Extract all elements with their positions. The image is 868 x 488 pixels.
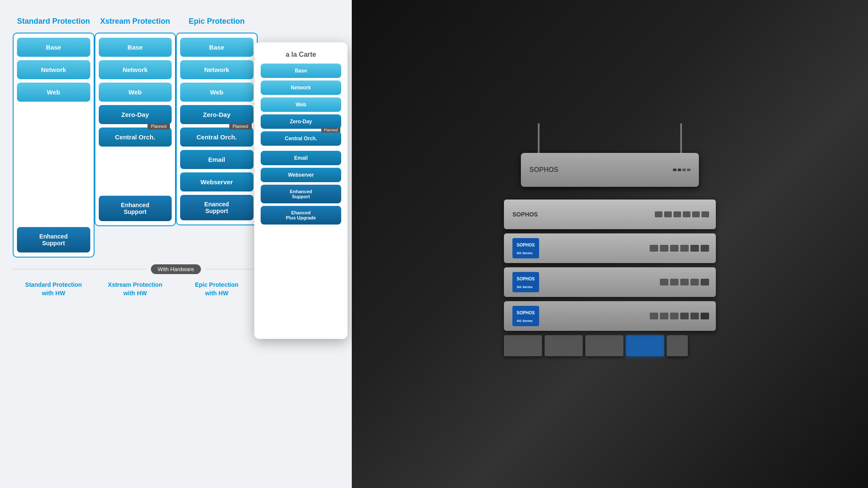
port: [680, 245, 689, 252]
alacarte-enhanced-btn[interactable]: EnhancedSupport: [261, 185, 341, 203]
port: [690, 245, 699, 252]
sophos-badge-2-text: SOPHOSSG Series: [517, 277, 535, 289]
alacarte-title: a la Carte: [261, 51, 341, 58]
port: [678, 169, 681, 171]
epic-web-btn[interactable]: Web: [180, 83, 253, 102]
port: [701, 211, 709, 217]
port: [664, 211, 672, 217]
router-body: SOPHOS: [521, 153, 699, 187]
alacarte-card: a la Carte Base Network Web Zero-Day Pla…: [254, 42, 348, 339]
port: [650, 245, 658, 252]
port: [690, 313, 699, 319]
epic-protection-column: Epic Protection Base Network Web Zero-Da…: [176, 17, 258, 258]
epic-email-btn[interactable]: Email: [180, 150, 253, 169]
xstream-base-btn[interactable]: Base: [99, 38, 172, 57]
port: [682, 169, 686, 171]
xstream-centralorch-btn[interactable]: Central Orch.: [99, 128, 172, 147]
port: [690, 279, 699, 286]
sfp-1: [504, 335, 542, 356]
sfp-5: [667, 335, 688, 356]
alacarte-planned-wrapper: Planned Central Orch.: [261, 131, 341, 148]
hardware-stack: SOPHOS SOPHOS: [504, 153, 716, 356]
epic-title: Epic Protection: [189, 17, 245, 26]
xstream-planned-wrapper: Planned Central Orch.: [99, 128, 172, 147]
epic-hw-title: Epic Protectionwith HW: [176, 281, 258, 297]
left-panel: Standard Protection Base Network Web Enh…: [0, 0, 352, 488]
antenna-right: [680, 123, 682, 153]
sophos-badge-text: SOPHOSSG Series: [517, 243, 535, 255]
sfp-2: [545, 335, 583, 356]
alacarte-zeroday-btn[interactable]: Zero-Day: [261, 114, 341, 129]
xstream-planned-badge: Planned: [147, 123, 170, 130]
port: [683, 211, 690, 217]
alacarte-web-btn[interactable]: Web: [261, 97, 341, 112]
alacarte-base-btn[interactable]: Base: [261, 64, 341, 78]
port: [650, 313, 658, 319]
antenna-left: [538, 123, 540, 153]
router-ports: [673, 169, 690, 171]
epic-enhanced-btn[interactable]: EnancedSupport: [180, 195, 253, 220]
standard-web-btn[interactable]: Web: [17, 83, 90, 102]
epic-planned-badge: Planned: [229, 123, 252, 130]
epic-container: Base Network Web Zero-Day Planned Centra…: [176, 33, 258, 225]
sophos-badge-3-text: SOPHOSXG Series: [517, 311, 535, 323]
epic-base-btn[interactable]: Base: [180, 38, 253, 57]
sfp-3: [585, 335, 623, 356]
switch-4: SOPHOSXG Series: [504, 301, 716, 331]
xstream-enhanced-btn[interactable]: EnhancedSupport: [99, 196, 172, 221]
port: [660, 279, 668, 286]
port: [692, 211, 700, 217]
standard-enhanced-btn[interactable]: EnhancedSupport: [17, 227, 90, 252]
switch-3: SOPHOSSG Series: [504, 267, 716, 297]
alacarte-centralorch-btn[interactable]: Central Orch.: [261, 131, 341, 146]
port: [670, 279, 679, 286]
router-device: SOPHOS: [521, 153, 699, 187]
alacarte-webserver-btn[interactable]: Webserver: [261, 168, 341, 182]
epic-network-btn[interactable]: Network: [180, 60, 253, 79]
xstream-zeroday-btn[interactable]: Zero-Day: [99, 105, 172, 124]
standard-base-btn[interactable]: Base: [17, 38, 90, 57]
standard-title: Standard Protection: [17, 17, 90, 26]
port: [680, 279, 689, 286]
hw-line-left: [13, 269, 147, 270]
port: [673, 169, 676, 171]
alacarte-plus-btn[interactable]: EhancedPlus Upgrade: [261, 206, 341, 225]
alacarte-email-btn[interactable]: Email: [261, 151, 341, 165]
right-panel: SOPHOS SOPHOS: [352, 0, 868, 488]
standard-network-btn[interactable]: Network: [17, 60, 90, 79]
switch-2-ports: [649, 244, 709, 252]
switch-1: SOPHOS: [504, 200, 716, 229]
xstream-hw-title: Xstream Protectionwith HW: [95, 281, 176, 297]
xstream-protection-column: Xstream Protection Base Network Web Zero…: [95, 17, 176, 258]
standard-hw-title: Standard Protectionwith HW: [13, 281, 95, 297]
xstream-container: Base Network Web Zero-Day Planned Centra…: [95, 33, 176, 226]
port: [701, 245, 709, 252]
alacarte-planned-badge: Planned: [321, 128, 340, 133]
alacarte-network-btn[interactable]: Network: [261, 80, 341, 95]
port: [660, 245, 668, 252]
epic-planned-wrapper: Planned Central Orch.: [180, 128, 253, 147]
port: [670, 313, 679, 319]
with-hw-badge: With Hardware: [151, 264, 201, 274]
port: [655, 211, 662, 217]
sfp-4-blue: [626, 335, 664, 356]
xstream-network-btn[interactable]: Network: [99, 60, 172, 79]
port: [673, 211, 681, 217]
switch-1-ports: [582, 211, 709, 218]
switch-3-ports: [659, 278, 709, 286]
hardware-image: SOPHOS SOPHOS: [352, 0, 868, 488]
port: [660, 313, 668, 319]
switch-2: SOPHOSSG Series: [504, 233, 716, 263]
router-brand: SOPHOS: [529, 166, 558, 174]
standard-protection-column: Standard Protection Base Network Web Enh…: [13, 17, 95, 258]
sfp-row: [504, 335, 716, 356]
port: [701, 313, 709, 319]
epic-zeroday-btn[interactable]: Zero-Day: [180, 105, 253, 124]
epic-webserver-btn[interactable]: Webserver: [180, 172, 253, 191]
port: [680, 313, 689, 319]
sophos-badge-2: SOPHOSSG Series: [512, 272, 539, 292]
epic-centralorch-btn[interactable]: Central Orch.: [180, 128, 253, 147]
xstream-web-btn[interactable]: Web: [99, 83, 172, 102]
port: [670, 245, 679, 252]
switch-1-brand: SOPHOS: [512, 211, 538, 218]
